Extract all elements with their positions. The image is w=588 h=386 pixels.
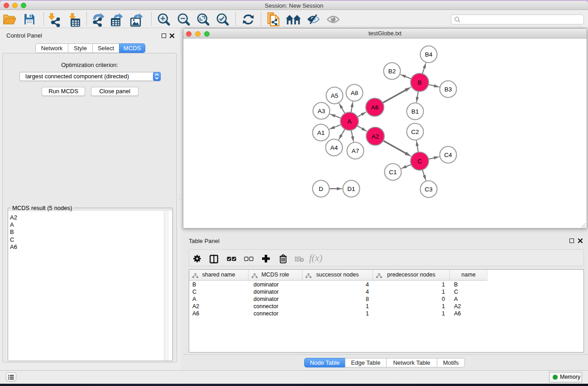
svg-text:D: D: [319, 186, 323, 192]
svg-text:B4: B4: [425, 51, 433, 58]
svg-text:A: A: [347, 118, 351, 125]
svg-text:B: B: [417, 79, 421, 86]
svg-text:A5: A5: [331, 92, 339, 99]
svg-text:A6: A6: [371, 104, 379, 111]
svg-text:C: C: [417, 158, 422, 165]
svg-text:A3: A3: [318, 108, 325, 114]
svg-text:C4: C4: [444, 152, 452, 158]
svg-text:A2: A2: [372, 133, 379, 140]
svg-text:A7: A7: [352, 148, 359, 154]
svg-text:B3: B3: [445, 86, 452, 93]
svg-text:C2: C2: [411, 129, 419, 135]
svg-text:A4: A4: [330, 144, 338, 151]
svg-text:B2: B2: [388, 68, 396, 75]
svg-text:A8: A8: [351, 90, 359, 96]
svg-text:D1: D1: [347, 186, 355, 192]
svg-text:C3: C3: [425, 186, 432, 193]
svg-text:A1: A1: [317, 129, 325, 136]
svg-text:B1: B1: [411, 108, 419, 115]
svg-text:C1: C1: [389, 169, 397, 176]
